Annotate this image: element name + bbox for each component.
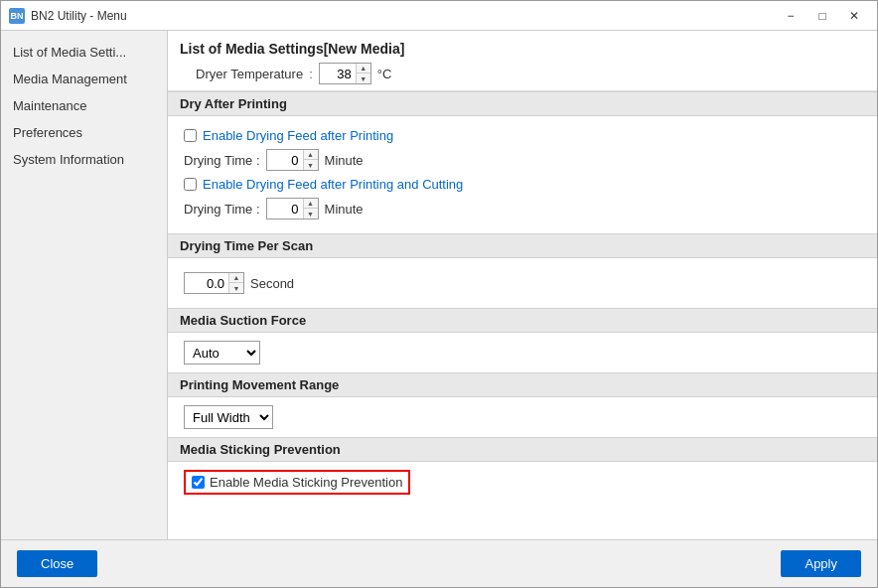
drying-time-unit-2: Minute [325, 202, 364, 217]
drying-per-scan-down[interactable]: ▼ [229, 283, 243, 293]
sidebar-item-system-info[interactable]: System Information [1, 146, 167, 173]
drying-time-value-1[interactable] [267, 150, 303, 170]
drying-per-scan-arrows: ▲ ▼ [228, 273, 243, 293]
drying-time-down-1[interactable]: ▼ [304, 160, 318, 170]
app-icon: BN [9, 8, 25, 24]
section-header-drying-time-per-scan: Drying Time Per Scan [168, 233, 877, 258]
sticking-prevention-highlighted: Enable Media Sticking Prevention [184, 470, 410, 495]
drying-time-label-1: Drying Time : [184, 153, 260, 168]
drying-time-arrows-1: ▲ ▼ [303, 150, 318, 170]
section-body-sticking-prevention: Enable Media Sticking Prevention [168, 462, 877, 503]
drying-time-row-2: Drying Time : ▲ ▼ Minute [184, 198, 861, 220]
sidebar-item-maintenance[interactable]: Maintenance [1, 92, 167, 119]
drying-per-scan-value[interactable] [185, 273, 228, 293]
drying-time-row-1: Drying Time : ▲ ▼ Minute [184, 149, 861, 171]
suction-force-select[interactable]: Auto Low Medium High [184, 341, 260, 365]
drying-time-down-2[interactable]: ▼ [304, 209, 318, 219]
drying-time-spinner-1[interactable]: ▲ ▼ [266, 149, 319, 171]
section-body-movement-range: Full Width Left Side Right Side [168, 397, 877, 437]
enable-drying-feed-cut-label[interactable]: Enable Drying Feed after Printing and Cu… [203, 177, 463, 192]
section-body-media-suction: Auto Low Medium High [168, 333, 877, 372]
drying-per-scan-unit: Second [250, 276, 294, 291]
close-window-button[interactable]: ✕ [839, 5, 869, 27]
enable-sticking-prevention-checkbox[interactable] [192, 476, 205, 489]
dryer-temperature-spinner[interactable]: ▲ ▼ [319, 63, 371, 84]
dryer-unit: °C [377, 67, 392, 81]
title-bar-controls: − □ ✕ [776, 5, 869, 27]
drying-time-value-2[interactable] [267, 199, 303, 219]
apply-button[interactable]: Apply [781, 550, 861, 577]
close-button[interactable]: Close [17, 550, 97, 577]
sidebar: List of Media Setti... Media Management … [1, 31, 168, 539]
drying-time-unit-1: Minute [325, 153, 364, 168]
section-header-media-suction: Media Suction Force [168, 308, 877, 333]
maximize-button[interactable]: □ [807, 5, 837, 27]
section-body-dry-after-printing: Enable Drying Feed after Printing Drying… [168, 116, 877, 233]
content-area: List of Media Settings[New Media] Dryer … [168, 31, 877, 539]
enable-sticking-prevention-label[interactable]: Enable Media Sticking Prevention [210, 475, 402, 490]
drying-time-up-1[interactable]: ▲ [304, 150, 318, 160]
dryer-label: Dryer Temperature [196, 67, 303, 81]
drying-time-up-2[interactable]: ▲ [304, 199, 318, 209]
title-bar-left: BN BN2 Utility - Menu [9, 8, 127, 24]
section-header-movement-range: Printing Movement Range [168, 372, 877, 397]
scrollable-content[interactable]: Dry After Printing Enable Drying Feed af… [168, 91, 877, 539]
minimize-button[interactable]: − [776, 5, 805, 27]
dryer-temperature-down[interactable]: ▼ [357, 74, 370, 83]
enable-drying-feed-checkbox[interactable] [184, 129, 197, 142]
main-content: List of Media Setti... Media Management … [1, 31, 877, 539]
content-header: List of Media Settings[New Media] Dryer … [168, 31, 877, 91]
dryer-row: Dryer Temperature : ▲ ▼ °C [180, 63, 865, 84]
enable-drying-feed-cut-row: Enable Drying Feed after Printing and Cu… [184, 177, 861, 192]
drying-time-arrows-2: ▲ ▼ [303, 199, 318, 219]
section-body-drying-time-per-scan: ▲ ▼ Second [168, 258, 877, 308]
footer: Close Apply [1, 539, 877, 587]
dryer-separator: : [309, 67, 313, 81]
title-bar: BN BN2 Utility - Menu − □ ✕ [1, 1, 877, 31]
enable-drying-feed-cut-checkbox[interactable] [184, 178, 197, 191]
sidebar-item-media-management[interactable]: Media Management [1, 66, 167, 92]
drying-time-label-2: Drying Time : [184, 202, 260, 217]
drying-time-spinner-2[interactable]: ▲ ▼ [266, 198, 319, 220]
main-window: BN BN2 Utility - Menu − □ ✕ List of Medi… [0, 0, 878, 588]
window-title: BN2 Utility - Menu [31, 9, 127, 23]
drying-per-scan-row: ▲ ▼ Second [184, 272, 861, 294]
drying-per-scan-spinner[interactable]: ▲ ▼ [184, 272, 244, 294]
section-header-dry-after-printing: Dry After Printing [168, 91, 877, 116]
dryer-temperature-value[interactable] [320, 64, 356, 83]
dryer-temperature-arrows: ▲ ▼ [356, 64, 370, 83]
enable-drying-feed-label[interactable]: Enable Drying Feed after Printing [203, 128, 393, 143]
drying-per-scan-up[interactable]: ▲ [229, 273, 243, 283]
sidebar-item-preferences[interactable]: Preferences [1, 119, 167, 146]
section-header-sticking-prevention: Media Sticking Prevention [168, 437, 877, 462]
page-title: List of Media Settings[New Media] [180, 41, 865, 57]
movement-range-select[interactable]: Full Width Left Side Right Side [184, 405, 273, 429]
enable-drying-feed-row: Enable Drying Feed after Printing [184, 128, 861, 143]
dryer-temperature-up[interactable]: ▲ [357, 64, 370, 74]
sidebar-item-list-media[interactable]: List of Media Setti... [1, 39, 167, 66]
